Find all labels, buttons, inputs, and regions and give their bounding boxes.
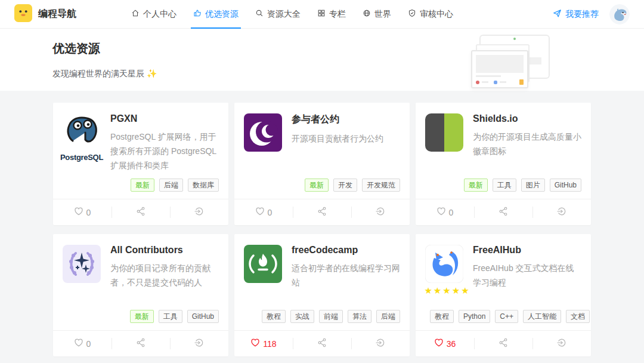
enter-button[interactable] (170, 199, 228, 225)
share-icon (136, 207, 145, 218)
star-rating: ★★★★★ (420, 285, 474, 296)
card-footer: 0 (234, 199, 410, 225)
grid-icon (317, 9, 326, 19)
share-button[interactable] (112, 199, 170, 225)
resource-card[interactable]: Shields.io 为你的开源项目生成高质量小徽章图标 最新工具图片GitHu… (416, 103, 591, 225)
tag[interactable]: 人工智能 (523, 310, 561, 323)
nav-item-featured-resources[interactable]: 优选资源 (185, 0, 247, 29)
share-button[interactable] (112, 331, 170, 356)
tag[interactable]: 图片 (521, 179, 545, 192)
tag[interactable]: 算法 (348, 310, 371, 323)
resource-title: freeCodecamp (292, 245, 400, 256)
resource-description: 为你的开源项目生成高质量小徽章图标 (473, 130, 581, 158)
nav-item-personal-center[interactable]: 个人中心 (123, 0, 185, 29)
card-footer: 36 (416, 330, 591, 356)
enter-link-icon (194, 338, 204, 349)
brand-logo[interactable]: 编程导航 (14, 4, 76, 24)
resource-title: All Contributors (110, 245, 219, 256)
resource-card[interactable]: 参与者公约 开源项目贡献者行为公约 最新开发开发规范 0 (234, 103, 410, 225)
enter-link-icon (557, 338, 566, 349)
share-button[interactable] (293, 199, 351, 225)
top-navbar: 编程导航 个人中心 优选资源 资源大全 专栏 世界 审核中心 (0, 0, 644, 29)
nav-item-columns[interactable]: 专栏 (309, 0, 354, 29)
tag[interactable]: GitHub (187, 310, 219, 323)
recommend-label: 我要推荐 (565, 9, 599, 20)
tag[interactable]: 后端 (159, 179, 183, 192)
home-icon (131, 9, 140, 19)
contributor-covenant-logo (244, 113, 282, 152)
nav-item-resource-directory[interactable]: 资源大全 (247, 0, 309, 29)
tag[interactable]: 后端 (376, 310, 400, 323)
heart-icon (250, 338, 260, 349)
resource-card[interactable]: All Contributors 为你的项目记录所有的贡献者，不只是提交代码的人… (53, 234, 228, 356)
tag-new-badge[interactable]: 最新 (130, 310, 154, 323)
enter-button[interactable] (351, 331, 410, 356)
resource-description: FreeAIHub 交互式文档在线学习编程 (473, 261, 581, 290)
covenant-logo (244, 113, 282, 152)
enter-link-icon (557, 207, 566, 218)
freeaihub-fox-logo (425, 245, 463, 283)
enter-button[interactable] (532, 199, 591, 225)
header-illustration (471, 35, 550, 90)
resource-card[interactable]: PostgreSQL PGXN PostgreSQL 扩展网络，用于搜索所有开源… (53, 103, 228, 225)
main-content: PostgreSQL PGXN PostgreSQL 扩展网络，用于搜索所有开源… (0, 91, 644, 363)
tag-new-badge[interactable]: 最新 (305, 179, 329, 192)
enter-button[interactable] (170, 331, 228, 356)
logo-caption: PostgreSQL (57, 153, 107, 162)
like-count: 0 (86, 339, 91, 349)
tag-list: 最新工具GitHub (63, 310, 219, 323)
nav-item-world[interactable]: 世界 (354, 0, 400, 29)
enter-button[interactable] (351, 199, 410, 225)
shields-logo (425, 113, 463, 152)
recommend-button[interactable]: 我要推荐 (553, 9, 599, 20)
tag[interactable]: 教程 (262, 310, 286, 323)
shields-io-logo (425, 113, 463, 152)
tag[interactable]: 工具 (159, 310, 182, 323)
nav-label: 优选资源 (205, 9, 239, 20)
share-button[interactable] (293, 331, 351, 356)
share-button[interactable] (474, 199, 532, 225)
like-count: 118 (263, 339, 276, 349)
tag[interactable]: GitHub (550, 179, 581, 192)
tag-new-badge[interactable]: 最新 (131, 179, 154, 192)
card-footer: 0 (53, 330, 228, 356)
tag-list: 教程实战前端算法后端 (244, 310, 400, 323)
tag[interactable]: 实战 (290, 310, 314, 323)
enter-button[interactable] (532, 331, 591, 356)
tag[interactable]: 开发规范 (362, 179, 400, 192)
like-button[interactable]: 0 (234, 199, 293, 225)
tag[interactable]: 教程 (430, 310, 454, 323)
tag[interactable]: 数据库 (188, 179, 219, 192)
enter-link-icon (376, 207, 385, 218)
globe-icon (363, 9, 371, 19)
like-button[interactable]: 0 (53, 331, 112, 356)
tag[interactable]: 文档 (566, 310, 590, 323)
like-button[interactable]: 0 (53, 199, 112, 225)
tag[interactable]: Python (459, 310, 490, 323)
nav-label: 审核中心 (420, 9, 453, 20)
resource-description: 为你的项目记录所有的贡献者，不只是提交代码的人 (110, 261, 219, 290)
tag[interactable]: 工具 (493, 179, 516, 192)
nav-label: 个人中心 (143, 9, 177, 20)
like-count: 0 (449, 208, 454, 217)
resource-card[interactable]: freeCodecamp 适合初学者的在线编程学习网站 教程实战前端算法后端 1… (234, 234, 410, 356)
nav-item-review-center[interactable]: 审核中心 (400, 0, 462, 29)
freeaihub-logo (425, 245, 463, 283)
heart-icon (255, 207, 265, 218)
like-count: 0 (86, 208, 91, 217)
resource-title: PGXN (110, 113, 219, 124)
resource-card[interactable]: ★★★★★ FreeAIHub FreeAIHub 交互式文档在线学习编程 教程… (416, 234, 591, 356)
card-footer: 118 (234, 330, 410, 356)
tag[interactable]: C++ (495, 310, 518, 323)
tag[interactable]: 开发 (333, 179, 357, 192)
share-button[interactable] (474, 331, 532, 356)
like-button[interactable]: 36 (416, 331, 474, 356)
tag-new-badge[interactable]: 最新 (464, 179, 488, 192)
user-avatar[interactable] (609, 4, 630, 24)
heart-icon (74, 207, 83, 218)
tag[interactable]: 前端 (319, 310, 343, 323)
like-count: 36 (447, 339, 456, 349)
like-button[interactable]: 0 (416, 199, 474, 225)
brand-name: 编程导航 (38, 8, 76, 20)
like-button[interactable]: 118 (234, 331, 293, 356)
